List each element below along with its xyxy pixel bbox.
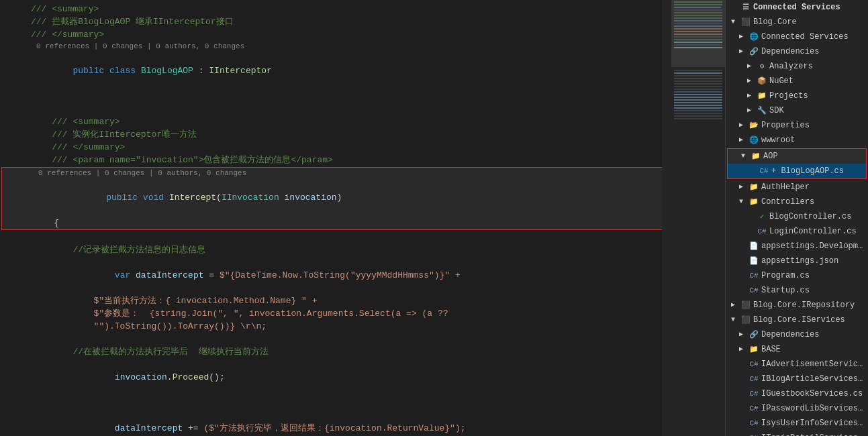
iservices-base-label: BASE: [761, 343, 781, 356]
iadvert-label: IAdvertisementService...: [761, 358, 865, 370]
proj-icon: ⬛: [740, 315, 751, 325]
appsettings-json-label: appsettings.json: [761, 255, 838, 267]
ref-hint-highlighted: 0 references | 0 changes | 0 authors, 0 …: [2, 168, 669, 178]
authhelper-icon: 📁: [749, 182, 759, 192]
cs-file-icon: C#: [749, 360, 759, 369]
minimap-content: [671, 0, 725, 436]
code-line: /// </summary>: [0, 28, 671, 41]
expand-arrow-icon[interactable]: [739, 343, 749, 356]
code-line: /// <summary>: [0, 115, 671, 128]
controllers-label: Controllers: [761, 196, 814, 208]
sidebar-item-appsettings-json[interactable]: 📄 appsettings.json: [726, 254, 868, 268]
editor-scrollbar[interactable]: [662, 0, 671, 436]
cs-file-icon: C#: [749, 419, 759, 428]
sidebar-item-aop[interactable]: 📁 AOP: [728, 149, 866, 164]
cs-file-icon: C#: [749, 374, 759, 384]
code-line: "").ToString()).ToArray())} \r\n;: [0, 320, 671, 333]
sidebar-item-iservices-base[interactable]: 📁 BASE: [726, 342, 868, 357]
wwwroot-icon: 🌐: [749, 135, 759, 145]
isysuserinfo-label: IsysUserInfoServices.cs: [761, 417, 865, 429]
expand-arrow-icon[interactable]: [731, 16, 740, 28]
expand-arrow-icon[interactable]: [739, 196, 749, 208]
sidebar-item-itopicdetail[interactable]: C# ITopicDetailServices.cs: [726, 431, 868, 436]
sidebar-item-blog-core[interactable]: ⬛ Blog.Core: [726, 15, 868, 30]
sidebar-item-wwwroot[interactable]: 🌐 wwwroot: [726, 133, 868, 148]
sidebar-item-iservices-deps[interactable]: 🔗 Dependencies: [726, 327, 868, 342]
expand-arrow-icon[interactable]: [747, 75, 757, 87]
sidebar-item-program[interactable]: C# Program.cs: [726, 268, 868, 283]
expand-arrow-icon[interactable]: [739, 119, 749, 131]
sidebar-item-bloglogaop[interactable]: C# + BlogLogAOP.cs: [728, 164, 866, 178]
code-line: /// 实例化IInterceptor唯一方法: [0, 128, 671, 141]
project-icon: ⬛: [740, 17, 751, 27]
sidebar-item-blogcontroller[interactable]: ✓ BlogController.cs: [726, 209, 868, 224]
cs-file-icon: C#: [749, 389, 759, 398]
solution-header: ☰ Connected Services: [726, 0, 868, 15]
expand-arrow-icon[interactable]: [731, 314, 740, 326]
controllers-icon: 📁: [749, 197, 759, 207]
sidebar-item-nuget[interactable]: 📦 NuGet: [726, 74, 868, 89]
projects-icon: 📁: [757, 91, 767, 101]
ref-hint: 0 references | 0 changes | 0 authors, 0 …: [0, 41, 671, 52]
nuget-label: NuGet: [769, 75, 793, 87]
cs-file-icon: ✓: [757, 212, 767, 221]
blogcontroller-label: BlogController.cs: [769, 211, 851, 223]
code-line: var dataIntercept = $"{DateTime.Now.ToSt…: [0, 256, 671, 294]
code-line: /// </summary>: [0, 141, 671, 154]
sidebar-item-iadvert[interactable]: C# IAdvertisementService...: [726, 357, 868, 372]
expand-arrow-icon[interactable]: [739, 46, 749, 58]
sidebar-item-logincontroller[interactable]: C# LoginController.cs: [726, 224, 868, 239]
proj-icon: ⬛: [740, 301, 751, 310]
expand-arrow-icon[interactable]: [747, 90, 757, 102]
logincontroller-label: LoginController.cs: [769, 225, 857, 237]
iservices-label: Blog.Core.IServices: [753, 314, 845, 326]
solution-panel[interactable]: ☰ Connected Services ⬛ Blog.Core 🌐 Conne…: [725, 0, 868, 436]
editor-panel[interactable]: /// <summary> /// 拦截器BlogLogAOP 继承IInter…: [0, 0, 671, 436]
sidebar-item-projects[interactable]: 📁 Projects: [726, 89, 868, 103]
sidebar-item-analyzers[interactable]: ⚙ Analyzers: [726, 59, 868, 74]
expand-arrow-icon[interactable]: [741, 150, 751, 162]
analyzers-icon: ⚙: [757, 62, 767, 71]
connected-services-node-label: Connected Services: [761, 31, 849, 43]
sidebar-item-connected-services[interactable]: 🌐 Connected Services: [726, 30, 868, 44]
wwwroot-label: wwwroot: [761, 134, 795, 146]
code-line: invocation.Proceed();: [0, 358, 671, 396]
code-line: [0, 103, 671, 115]
aop-label: AOP: [763, 150, 778, 162]
expand-arrow-icon[interactable]: [747, 60, 757, 72]
expand-arrow-icon[interactable]: [739, 329, 749, 341]
code-line: /// 拦截器BlogLogAOP 继承IInterceptor接口: [0, 15, 671, 28]
sidebar-item-blog-core-irepository[interactable]: ⬛ Blog.Core.IRepository: [726, 298, 868, 313]
expand-arrow-icon[interactable]: [739, 181, 749, 193]
expand-arrow-icon[interactable]: [739, 134, 749, 146]
authhelper-label: AuthHelper: [761, 181, 810, 193]
expand-arrow-icon[interactable]: [747, 105, 757, 117]
code-line: dataIntercept += ($"方法执行完毕，返回结果：{invocat…: [0, 409, 671, 436]
base-icon: 📁: [749, 345, 759, 354]
sidebar-item-appsettings-dev[interactable]: 📄 appsettings.Developm...: [726, 239, 868, 254]
sidebar-item-sdk[interactable]: 🔧 SDK: [726, 103, 868, 118]
appsettings-dev-label: appsettings.Developm...: [761, 240, 865, 252]
sidebar-item-properties[interactable]: 📂 Properties: [726, 118, 868, 133]
project-label: Blog.Core: [753, 16, 797, 28]
sidebar-item-authhelper[interactable]: 📁 AuthHelper: [726, 180, 868, 195]
expand-arrow-icon[interactable]: [731, 299, 740, 311]
sidebar-item-startup[interactable]: C# Startup.cs: [726, 283, 868, 298]
dependencies-label: Dependencies: [761, 46, 819, 58]
sidebar-item-iguestbook[interactable]: C# IGuestbookServices.cs: [726, 386, 868, 401]
cs-file-icon: C#: [759, 166, 769, 176]
solution-icon: ☰: [740, 3, 751, 12]
sidebar-item-ipasswordlib[interactable]: C# IPasswordLibServices.cs: [726, 401, 868, 416]
aop-folder-icon: 📁: [751, 152, 761, 161]
sidebar-item-iblogarticle[interactable]: C# IBlogArticleServices.cs: [726, 372, 868, 386]
minimap: [671, 0, 725, 436]
code-line: public class BlogLogAOP : IInterceptor: [0, 52, 671, 90]
expand-arrow-icon[interactable]: [739, 31, 749, 43]
sidebar-item-isysuserinfo[interactable]: C# IsysUserInfoServices.cs: [726, 416, 868, 431]
aop-section: 📁 AOP C# + BlogLogAOP.cs: [727, 148, 867, 179]
sidebar-item-controllers[interactable]: 📁 Controllers: [726, 195, 868, 209]
connected-services-icon: 🌐: [749, 32, 759, 42]
sidebar-item-dependencies[interactable]: 🔗 Dependencies: [726, 44, 868, 59]
code-line: [0, 333, 671, 345]
sidebar-item-blog-core-iservices[interactable]: ⬛ Blog.Core.IServices: [726, 313, 868, 327]
